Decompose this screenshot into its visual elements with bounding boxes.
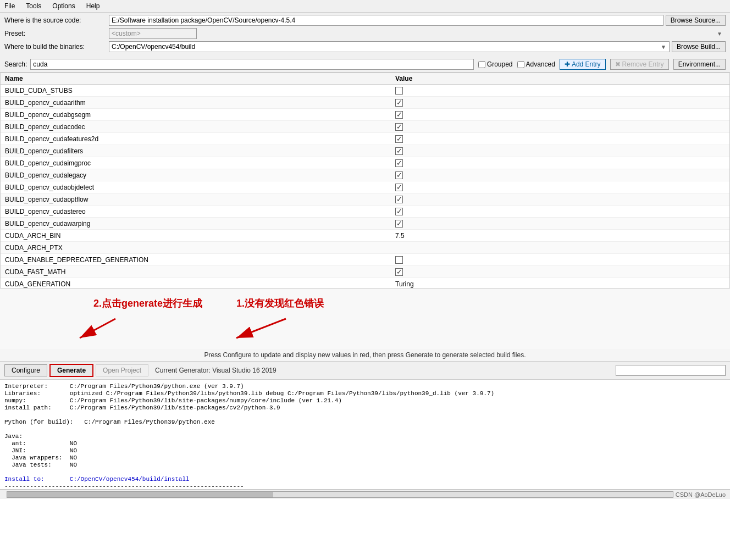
row-name: BUILD_opencv_cudaoptflow [5, 196, 395, 203]
remove-entry-button[interactable]: ✖ Remove Entry [610, 59, 669, 70]
row-name: BUILD_opencv_cudalegacy [5, 171, 395, 179]
row-value [395, 111, 725, 119]
advanced-checkbox[interactable] [517, 61, 524, 68]
search-row: Search: Grouped Advanced ✚ Add Entry ✖ R… [0, 57, 730, 73]
row-checkbox[interactable] [395, 135, 403, 143]
annotation-area: 2.点击generate进行生成 1.没有发现红色错误 [0, 289, 730, 349]
search-label: Search: [4, 60, 27, 68]
row-name: CUDA_FAST_MATH [5, 268, 395, 276]
row-value [395, 159, 725, 167]
menu-file[interactable]: File [2, 1, 17, 11]
log-line [4, 426, 726, 433]
add-entry-label: Add Entry [572, 60, 601, 68]
menu-bar: File Tools Options Help [0, 0, 730, 13]
row-name: BUILD_CUDA_STUBS [5, 87, 395, 95]
log-line: JNI: NO [4, 447, 726, 454]
log-line: install path: C:/Program Files/Python39/… [4, 404, 726, 411]
row-value [395, 184, 725, 191]
row-value [395, 220, 725, 228]
table-section: Name Value BUILD_CUDA_STUBSBUILD_opencv_… [0, 73, 730, 289]
right-search-input[interactable] [616, 365, 726, 376]
grouped-checkbox[interactable] [478, 61, 485, 68]
row-value [395, 196, 725, 203]
row-checkbox[interactable] [395, 99, 403, 107]
log-area[interactable]: Interpreter: C:/Program Files/Python39/p… [0, 380, 730, 490]
source-label: Where is the source code: [4, 16, 109, 24]
source-row: Where is the source code: Browse Source.… [4, 15, 726, 26]
remove-icon: ✖ [615, 60, 621, 68]
generator-label: Current Generator: Visual Studio 16 2019 [155, 367, 276, 374]
row-checkbox[interactable] [395, 159, 403, 167]
search-options: Grouped Advanced ✚ Add Entry ✖ Remove En… [478, 59, 726, 70]
row-checkbox[interactable] [395, 147, 403, 155]
row-name: BUILD_opencv_cudastereo [5, 208, 395, 215]
table-row: BUILD_opencv_cudafeatures2d [1, 133, 729, 145]
log-line [4, 469, 726, 475]
grouped-checkbox-label[interactable]: Grouped [478, 60, 513, 68]
menu-tools[interactable]: Tools [24, 1, 43, 11]
status-text: Press Configure to update and display ne… [204, 351, 526, 359]
log-line: ----------------------------------------… [4, 483, 726, 490]
build-select-wrapper: ▼ [109, 41, 670, 52]
row-name: CUDA_ENABLE_DEPRECATED_GENERATION [5, 256, 395, 264]
row-value [395, 208, 725, 215]
horizontal-scrollbar[interactable] [7, 491, 673, 498]
table-row: CUDA_ARCH_BIN7.5 [1, 230, 729, 242]
table-row: BUILD_CUDA_STUBS [1, 85, 729, 97]
log-line: Java wrappers: NO [4, 454, 726, 461]
row-name: BUILD_opencv_cudabgsegm [5, 111, 395, 119]
row-checkbox[interactable] [395, 196, 403, 203]
table-row: BUILD_opencv_cudawarping [1, 218, 729, 230]
log-line: Libraries: optimized C:/Program Files/Py… [4, 390, 726, 397]
row-checkbox[interactable] [395, 111, 403, 119]
table-row: CUDA_ARCH_PTX [1, 242, 729, 254]
log-line: Python (for build): C:/Program Files/Pyt… [4, 419, 726, 425]
row-checkbox[interactable] [395, 123, 403, 131]
row-value: Turing [395, 280, 725, 288]
row-checkbox[interactable] [395, 220, 403, 228]
annotation-text-2: 1.没有发现红色错误 [236, 297, 324, 310]
row-name: CUDA_GENERATION [5, 280, 395, 288]
browse-source-button[interactable]: Browse Source... [666, 15, 726, 26]
build-input[interactable] [109, 41, 670, 52]
generate-button[interactable]: Generate [49, 364, 93, 377]
table-row: BUILD_opencv_cudabgsegm [1, 109, 729, 121]
table-row: CUDA_ENABLE_DEPRECATED_GENERATION [1, 254, 729, 266]
table-header: Name Value [1, 73, 729, 85]
add-entry-button[interactable]: ✚ Add Entry [560, 59, 606, 70]
menu-help[interactable]: Help [84, 1, 102, 11]
preset-select-wrapper [109, 28, 726, 39]
row-value [395, 147, 725, 155]
row-value: 7.5 [395, 232, 725, 240]
log-line: Install to: C:/OpenCV/opencv454/build/in… [4, 476, 726, 483]
preset-label: Preset: [4, 30, 109, 37]
log-line: ant: NO [4, 440, 726, 447]
row-value [395, 171, 725, 179]
row-value-text: Turing [395, 280, 414, 288]
table-body: BUILD_CUDA_STUBSBUILD_opencv_cudaarithmB… [1, 85, 729, 288]
row-value [395, 135, 725, 143]
log-line: Interpreter: C:/Program Files/Python39/p… [4, 383, 726, 390]
advanced-checkbox-label[interactable]: Advanced [517, 60, 555, 68]
row-checkbox[interactable] [395, 256, 403, 264]
row-checkbox[interactable] [395, 208, 403, 215]
row-checkbox[interactable] [395, 184, 403, 191]
row-checkbox[interactable] [395, 171, 403, 179]
environment-button[interactable]: Environment... [673, 59, 726, 70]
form-section: Where is the source code: Browse Source.… [0, 13, 730, 57]
table-row: BUILD_opencv_cudaarithm [1, 97, 729, 109]
remove-entry-label: Remove Entry [622, 60, 664, 68]
browse-build-button[interactable]: Browse Build... [672, 41, 726, 52]
search-input[interactable] [30, 59, 473, 70]
menu-options[interactable]: Options [50, 1, 77, 11]
svg-line-1 [80, 319, 115, 338]
source-input[interactable] [109, 15, 663, 26]
log-line: Java tests: NO [4, 462, 726, 468]
open-project-button[interactable]: Open Project [96, 364, 148, 376]
scrollbar-thumb[interactable] [7, 492, 273, 497]
configure-button[interactable]: Configure [4, 364, 47, 376]
log-line [4, 412, 726, 418]
row-checkbox[interactable] [395, 268, 403, 276]
status-bar: Press Configure to update and display ne… [0, 349, 730, 362]
row-checkbox[interactable] [395, 87, 403, 95]
